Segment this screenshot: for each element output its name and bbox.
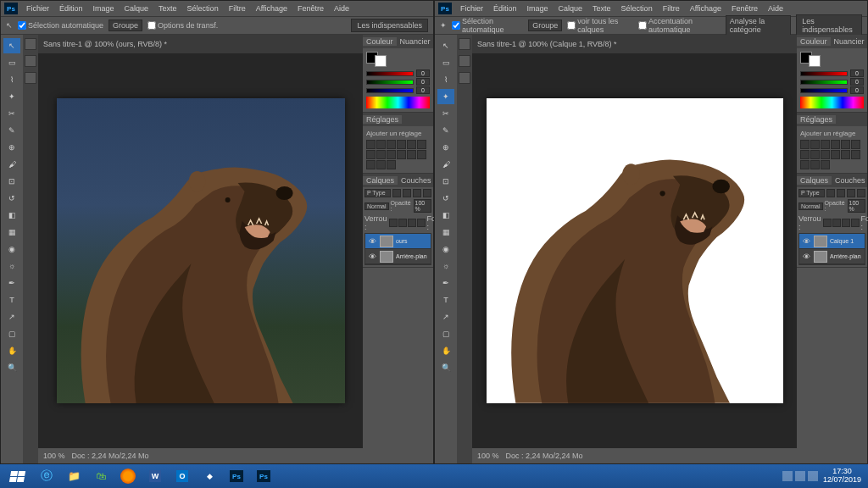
color-spectrum[interactable] [800, 97, 864, 108]
hand-tool[interactable]: ✋ [3, 343, 20, 358]
document-tab[interactable]: Sans titre-1 @ 100% (ours, RVB/8) * [43, 40, 167, 48]
menu-selection[interactable]: Sélection [186, 4, 220, 13]
filter-icon[interactable] [857, 189, 865, 197]
ps-logo[interactable]: Ps [438, 3, 452, 14]
layer-thumbnail[interactable] [814, 236, 827, 247]
taskbar-word-icon[interactable]: W [142, 466, 168, 486]
crop-tool[interactable]: ✂ [3, 106, 20, 121]
visibility-icon[interactable]: 👁 [367, 236, 377, 247]
lock-position-icon[interactable] [408, 219, 416, 227]
adjust-invert-icon[interactable] [407, 150, 416, 159]
layer-thumbnail[interactable] [380, 236, 393, 247]
menu-texte[interactable]: Texte [157, 4, 179, 13]
tab-layers[interactable]: Calques [797, 176, 832, 185]
dock-icon[interactable] [459, 72, 470, 84]
color-spectrum[interactable] [366, 97, 430, 108]
gradient-tool[interactable]: ▦ [3, 225, 20, 240]
lock-pixels-icon[interactable] [398, 219, 407, 227]
lock-position-icon[interactable] [842, 219, 850, 227]
tab-color[interactable]: Couleur [797, 37, 831, 46]
lasso-tool[interactable]: ⌇ [437, 72, 454, 87]
workspace-button[interactable]: Les indispensables [351, 19, 428, 32]
menu-calque[interactable]: Calque [123, 4, 151, 13]
layer-thumbnail[interactable] [380, 251, 393, 263]
shape-tool[interactable]: ▢ [437, 326, 454, 341]
taskbar-store-icon[interactable]: 🛍 [88, 466, 114, 486]
start-button[interactable] [2, 466, 32, 486]
visibility-icon[interactable]: 👁 [801, 236, 811, 247]
show-transform-checkbox[interactable] [147, 21, 156, 30]
layer-name[interactable]: Arrière-plan [830, 253, 861, 259]
menu-filtre[interactable]: Filtre [227, 4, 248, 13]
adjust-posterize-icon[interactable] [851, 150, 860, 159]
tab-channels[interactable]: Couches [832, 176, 868, 185]
adjust-posterize-icon[interactable] [417, 150, 426, 159]
adjust-gradient-map-icon[interactable] [376, 160, 386, 169]
menu-filtre[interactable]: Filtre [661, 4, 682, 13]
canvas-viewport[interactable] [38, 53, 363, 448]
adjust-threshold-icon[interactable] [800, 160, 810, 169]
eyedropper-tool[interactable]: ✎ [437, 123, 454, 138]
g-slider[interactable] [800, 80, 848, 85]
tab-swatches[interactable]: Nuancier [831, 37, 868, 46]
menu-texte[interactable]: Texte [591, 4, 613, 13]
g-slider[interactable] [366, 80, 414, 85]
move-tool[interactable]: ↖ [437, 38, 454, 53]
menu-edition[interactable]: Édition [492, 4, 519, 13]
menu-fenetre[interactable]: Fenêtre [730, 4, 760, 13]
stamp-tool[interactable]: ⊡ [3, 174, 20, 189]
lock-transparency-icon[interactable] [389, 219, 398, 227]
all-layers-checkbox[interactable] [567, 21, 576, 30]
taskbar-firefox-icon[interactable] [115, 466, 141, 486]
filter-icon[interactable] [826, 189, 835, 197]
taskbar-ie-icon[interactable]: ⓔ [34, 466, 59, 486]
menu-aide[interactable]: Aide [766, 4, 785, 13]
menu-calque[interactable]: Calque [557, 4, 585, 13]
r-slider[interactable] [800, 71, 848, 76]
filter-icon[interactable] [423, 189, 431, 197]
wand-tool[interactable]: ✦ [3, 89, 20, 104]
type-tool[interactable]: T [3, 292, 20, 308]
lock-all-icon[interactable] [851, 219, 860, 227]
adjust-levels-icon[interactable] [810, 140, 820, 149]
dock-icon[interactable] [25, 72, 36, 84]
auto-select-checkbox[interactable] [452, 21, 460, 30]
eraser-tool[interactable]: ◧ [437, 208, 454, 223]
menu-edition[interactable]: Édition [58, 4, 85, 13]
r-slider[interactable] [366, 71, 414, 76]
layer-type-dropdown[interactable]: Groupe [108, 19, 142, 31]
dock-icon[interactable] [459, 55, 470, 67]
canvas[interactable] [57, 98, 345, 403]
tray-network-icon[interactable] [795, 471, 805, 481]
g-value[interactable]: 0 [850, 78, 864, 86]
adjust-bw-icon[interactable] [366, 150, 376, 159]
filter-icon[interactable] [847, 189, 855, 197]
dock-icon[interactable] [459, 38, 470, 50]
adjust-selective-icon[interactable] [821, 160, 830, 169]
lasso-tool[interactable]: ⌇ [3, 72, 20, 87]
tab-swatches[interactable]: Nuancier [397, 37, 434, 46]
tab-adjustments[interactable]: Réglages [797, 115, 836, 124]
auto-select-checkbox[interactable] [18, 21, 26, 30]
brush-tool[interactable]: 🖌 [3, 157, 20, 172]
ps-logo[interactable]: Ps [4, 3, 18, 14]
layer-thumbnail[interactable] [814, 251, 827, 263]
taskbar-outlook-icon[interactable]: O [170, 466, 195, 486]
canvas-viewport[interactable] [472, 53, 797, 448]
analyze-button[interactable]: Analyse la catégorie [726, 15, 792, 36]
taskbar-photoshop-icon[interactable]: Ps [251, 466, 276, 486]
document-tab[interactable]: Sans titre-1 @ 100% (Calque 1, RVB/8) * [477, 40, 617, 48]
background-color[interactable] [809, 55, 821, 67]
adjust-curves-icon[interactable] [821, 140, 830, 149]
filter-icon[interactable] [403, 189, 411, 197]
adjust-invert-icon[interactable] [841, 150, 850, 159]
type-tool[interactable]: T [437, 292, 454, 308]
history-brush-tool[interactable]: ↺ [437, 191, 454, 206]
move-tool[interactable]: ↖ [3, 38, 20, 53]
tray-icon[interactable] [782, 471, 793, 481]
tab-color[interactable]: Couleur [363, 37, 397, 46]
filter-type[interactable]: P Type [364, 189, 391, 197]
filter-type[interactable]: P Type [798, 189, 825, 197]
taskbar-explorer-icon[interactable]: 📁 [61, 466, 86, 486]
path-tool[interactable]: ↗ [3, 309, 20, 324]
